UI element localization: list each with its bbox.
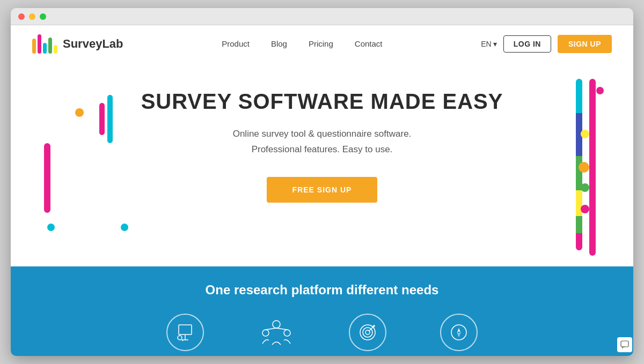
pink-dot-right-bottom [581, 205, 589, 213]
minimize-button[interactable] [29, 13, 35, 20]
svg-point-7 [284, 330, 290, 336]
hero-title: SURVEY SOFTWARE MADE EASY [11, 90, 633, 114]
svg-rect-0 [179, 325, 192, 335]
compass-icon [440, 314, 478, 351]
bottom-title: One research platform different needs [206, 283, 439, 298]
nav-item-blog[interactable]: Blog [271, 39, 287, 49]
svg-rect-20 [621, 341, 628, 347]
analytics-icon [349, 314, 386, 351]
nav-item-pricing[interactable]: Pricing [309, 39, 333, 49]
team-icon [258, 314, 295, 351]
svg-point-17 [451, 325, 466, 340]
mac-window: SurveyLab Product Blog Pricing Contact [11, 8, 633, 356]
svg-line-9 [276, 328, 287, 330]
cyan-dot-left [47, 224, 55, 231]
nav-item-product[interactable]: Product [222, 39, 250, 49]
hero-content: SURVEY SOFTWARE MADE EASY Online survey … [11, 63, 633, 203]
language-selector[interactable]: EN ▾ [481, 40, 496, 48]
logo[interactable]: SurveyLab [32, 34, 123, 54]
hero-section: SurveyLab Product Blog Pricing Contact [11, 25, 633, 266]
presentation-icon [166, 314, 204, 351]
navbar: SurveyLab Product Blog Pricing Contact [11, 25, 633, 63]
svg-marker-19 [457, 332, 460, 337]
close-button[interactable] [18, 13, 25, 20]
svg-point-5 [273, 321, 280, 328]
window-content: SurveyLab Product Blog Pricing Contact [11, 25, 633, 356]
svg-marker-18 [457, 328, 460, 332]
chat-bubble-icon[interactable] [617, 337, 632, 352]
nav-right: EN ▾ LOG IN SIGN UP [481, 35, 612, 53]
svg-line-8 [266, 328, 276, 330]
cyan-dot-center-left [121, 224, 128, 231]
titlebar [11, 8, 633, 25]
login-button[interactable]: LOG IN [503, 35, 551, 53]
free-signup-button[interactable]: FREE SIGN UP [267, 177, 378, 203]
nav-item-contact[interactable]: Contact [355, 39, 383, 49]
bottom-section: One research platform different needs [11, 266, 633, 356]
svg-point-6 [262, 330, 269, 336]
maximize-button[interactable] [40, 13, 46, 20]
nav-links: Product Blog Pricing Contact [222, 39, 382, 49]
signup-button[interactable]: SIGN UP [558, 35, 612, 53]
logo-text: SurveyLab [63, 37, 123, 51]
hero-subtitle: Online survey tool & questionnaire softw… [11, 127, 633, 158]
icons-row [166, 314, 478, 351]
logo-graphic [32, 34, 57, 54]
svg-point-3 [178, 336, 182, 340]
